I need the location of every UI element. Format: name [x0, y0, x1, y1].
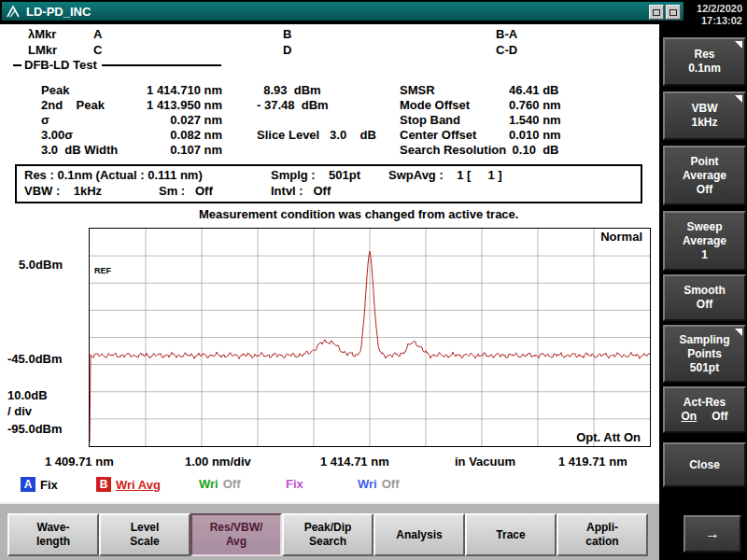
meas-db-width-value: 0.107 nm: [105, 143, 222, 157]
softkey-sampling-points[interactable]: Sampling Points 501pt: [663, 325, 746, 383]
trace-d-status: Fix: [286, 477, 303, 491]
window-title: LD-PD_INC: [26, 5, 91, 19]
softkey-close[interactable]: Close: [663, 442, 746, 487]
marker-ba-label: B-A: [496, 27, 517, 41]
setting-sweep-average: SwpAvg : 1 [ 1 ]: [388, 168, 502, 182]
lambda-marker-label: λMkr: [28, 27, 56, 41]
meas-smsr-value: 46.41 dB: [509, 83, 558, 97]
x-axis-start-label: 1 409.71 nm: [45, 455, 114, 469]
trace-e-status: Wri Off: [358, 477, 400, 491]
status-message: Measurement condition was changed from a…: [199, 207, 518, 221]
titlebar: LD-PD_INC: [2, 2, 684, 21]
menu-level-scale-label1: Level: [131, 521, 160, 535]
meas-center-offset-label: Center Offset: [400, 128, 476, 142]
menu-level-scale[interactable]: Level Scale: [99, 513, 190, 556]
meas-stop-band-label: Stop Band: [400, 113, 460, 127]
meas-peak-label: Peak: [41, 83, 69, 97]
menu-peak-dip-label1: Peak/Dip: [304, 521, 352, 535]
softkey-sweep-average-value: 1: [701, 248, 708, 262]
softkey-point-average-label2: Average: [683, 169, 726, 183]
y-axis-scale-label: 10.0dB: [7, 388, 48, 402]
y-axis-scale-unit: / div: [7, 404, 32, 418]
meas-search-resolution-label: Search Resolution: [400, 143, 506, 157]
y-axis-ref-label: 5.0dBm: [19, 258, 63, 272]
act-res-off-option[interactable]: Off: [712, 410, 727, 424]
marker-d-label: D: [283, 43, 291, 57]
menu-next-arrow-button[interactable]: →: [684, 515, 741, 553]
submenu-arrow-icon: [735, 41, 742, 49]
softkey-vbw-label: VBW: [692, 102, 718, 116]
softkey-smooth[interactable]: Smooth Off: [663, 274, 746, 321]
meas-stop-band-value: 1.540 nm: [509, 113, 561, 127]
menu-trace[interactable]: Trace: [465, 513, 557, 556]
softkey-point-average-value: Off: [697, 183, 712, 197]
trace-mode-label: Normal: [600, 230, 642, 244]
trace-b-status: B Wri Avg: [96, 477, 161, 492]
softkey-sweep-average[interactable]: Sweep Average 1: [663, 211, 746, 271]
marker-c-label: C: [93, 43, 102, 57]
softkey-point-average[interactable]: Point Average Off: [663, 146, 746, 205]
setting-res: Res : 0.1nm (Actual : 0.111 nm): [24, 168, 203, 182]
menu-res-vbw-avg-label2: Avg: [226, 535, 247, 549]
menu-wavelength-label1: Wave-: [37, 521, 70, 535]
softkey-res[interactable]: Res 0.1nm: [663, 37, 746, 86]
meas-sigma-label: σ: [41, 113, 49, 127]
spectrum-plot: REF Normal Opt. Att On: [89, 228, 651, 447]
softkey-sweep-average-label1: Sweep: [686, 220, 722, 234]
menu-application-label2: cation: [585, 535, 618, 549]
marker-a-label: A: [93, 27, 102, 41]
menu-level-scale-label2: Scale: [130, 535, 159, 549]
trace-b-badge: B: [96, 477, 111, 492]
menu-peak-dip-search[interactable]: Peak/Dip Search: [282, 513, 374, 556]
window-restore-button[interactable]: [649, 5, 664, 20]
menu-analysis[interactable]: Analysis: [374, 513, 465, 556]
setting-smooth: Sm : Off: [159, 184, 213, 198]
menu-res-vbw-avg[interactable]: Res/VBW/ Avg: [190, 513, 282, 556]
marker-cd-label: C-D: [496, 43, 517, 57]
softkey-point-average-label1: Point: [691, 155, 719, 169]
trace-a-badge: A: [21, 477, 35, 492]
menu-res-vbw-avg-label1: Res/VBW/: [210, 521, 263, 535]
level-marker-label: LMkr: [28, 43, 57, 57]
meas-smsr-label: SMSR: [400, 83, 435, 97]
group-title: DFB-LD Test: [24, 58, 97, 72]
time-text: 17:13:02: [675, 15, 742, 27]
menu-analysis-label: Analysis: [396, 528, 442, 542]
bottom-menu-bar: Wave- length Level Scale Res/VBW/ Avg Pe…: [0, 502, 659, 560]
trace-c-state: Wri: [199, 477, 218, 491]
restore-icon: [653, 9, 660, 16]
trace-d-state: Fix: [286, 477, 303, 491]
x-axis-vacuum-label: in Vacuum: [455, 455, 515, 469]
meas-peak-wavelength: 1 414.710 nm: [105, 83, 222, 97]
meas-2nd-peak-wavelength: 1 413.950 nm: [105, 98, 222, 112]
trace-c-mode: Off: [223, 477, 241, 491]
meas-mode-offset-label: Mode Offset: [400, 98, 470, 112]
meas-slice-level: Slice Level 3.0 dB: [257, 128, 376, 142]
trace-e-state: Wri: [358, 477, 377, 491]
menu-wavelength[interactable]: Wave- length: [7, 513, 99, 556]
submenu-arrow-icon: [735, 95, 742, 103]
right-arrow-icon: →: [705, 525, 720, 542]
trace-a-status: A Fix: [21, 477, 58, 492]
group-rule-left: [13, 64, 21, 66]
x-axis-end-label: 1 419.71 nm: [558, 455, 627, 469]
datetime-display: 12/2/2020 17:13:02: [675, 3, 742, 27]
softkey-smooth-value: Off: [697, 298, 712, 312]
meas-3sigma-label: 3.00σ: [41, 128, 73, 142]
softkey-vbw[interactable]: VBW 1kHz: [663, 91, 746, 140]
y-axis-mid-label: -45.0dBm: [7, 352, 63, 366]
main-panel: λMkr A B B-A LMkr C D C-D DFB-LD Test Pe…: [0, 24, 659, 502]
softkey-act-res-label: Act-Res: [684, 396, 726, 410]
trace-b-state: Wri Avg: [116, 478, 161, 492]
softkey-sweep-average-label2: Average: [683, 234, 726, 248]
analysis-group-label: DFB-LD Test: [13, 58, 221, 72]
meas-peak-level: 8.93 dBm: [257, 83, 321, 97]
trace-a-state: Fix: [40, 478, 58, 492]
x-axis-center-label: 1 414.71 nm: [320, 455, 389, 469]
act-res-on-option[interactable]: On: [682, 410, 698, 424]
setting-vbw: VBW : 1kHz: [24, 184, 102, 198]
meas-sigma-value: 0.027 nm: [105, 113, 222, 127]
setting-sampling: Smplg : 501pt: [271, 168, 360, 182]
softkey-act-res[interactable]: Act-Res On Off: [663, 386, 746, 433]
menu-application[interactable]: Appli- cation: [557, 513, 648, 556]
